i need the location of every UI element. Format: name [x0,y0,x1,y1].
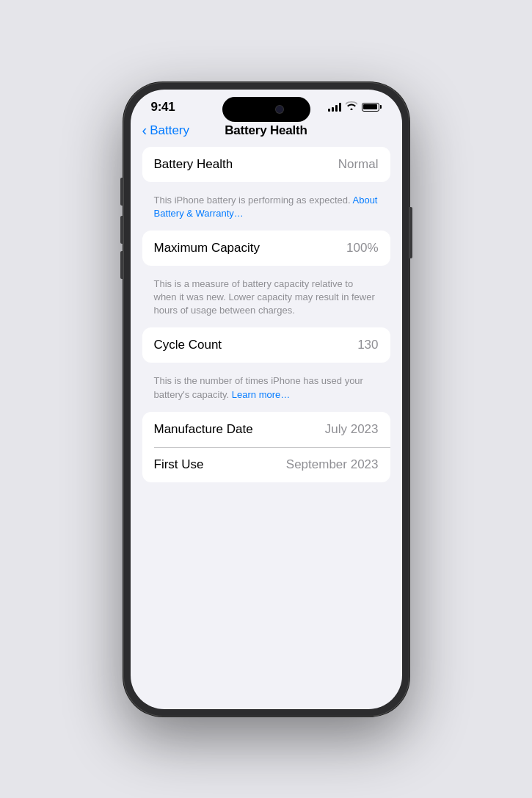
status-time: 9:41 [151,100,175,115]
first-use-label: First Use [154,457,204,472]
first-use-row: First Use September 2023 [142,447,390,482]
cycle-count-row: Cycle Count 130 [142,327,390,363]
content-area: Battery Health Normal This iPhone batter… [131,147,402,483]
learn-more-link[interactable]: Learn more… [232,389,290,400]
cycle-count-value: 130 [357,338,378,352]
phone-frame: 9:41 [123,82,409,717]
battery-health-note-text: This iPhone battery is performing as exp… [154,195,351,206]
max-capacity-row: Maximum Capacity 100% [142,231,390,266]
nav-bar: ‹ Battery Battery Health [131,120,402,147]
manufacture-date-value: July 2023 [325,422,379,437]
phone-screen: 9:41 [131,90,402,709]
max-capacity-card: Maximum Capacity 100% [142,231,390,266]
cycle-count-label: Cycle Count [154,338,222,352]
camera-dot [276,106,283,113]
details-card: Manufacture Date July 2023 First Use Sep… [142,412,390,483]
cycle-count-card: Cycle Count 130 [142,327,390,363]
battery-health-row: Battery Health Normal [142,147,390,182]
max-capacity-note-text: This is a measure of battery capacity re… [154,278,375,316]
dynamic-island [222,97,310,122]
battery-health-value: Normal [338,157,379,172]
battery-status-icon [362,103,382,112]
cycle-count-note: This is the number of times iPhone has u… [142,369,390,411]
manufacture-date-row: Manufacture Date July 2023 [142,412,390,447]
battery-health-note: This iPhone battery is performing as exp… [142,188,390,231]
max-capacity-label: Maximum Capacity [154,241,260,255]
back-label: Battery [150,123,189,138]
status-icons [328,101,382,112]
page-title: Battery Health [225,123,307,138]
max-capacity-note: This is a measure of battery capacity re… [142,272,390,328]
back-chevron-icon: ‹ [142,123,147,137]
max-capacity-value: 100% [346,241,378,255]
back-button[interactable]: ‹ Battery [142,123,190,138]
battery-health-label: Battery Health [154,157,233,172]
battery-health-card: Battery Health Normal [142,147,390,182]
signal-icon [328,103,341,112]
first-use-value: September 2023 [286,457,379,472]
status-bar: 9:41 [131,90,402,120]
wifi-icon [346,101,357,112]
manufacture-date-label: Manufacture Date [154,422,253,437]
